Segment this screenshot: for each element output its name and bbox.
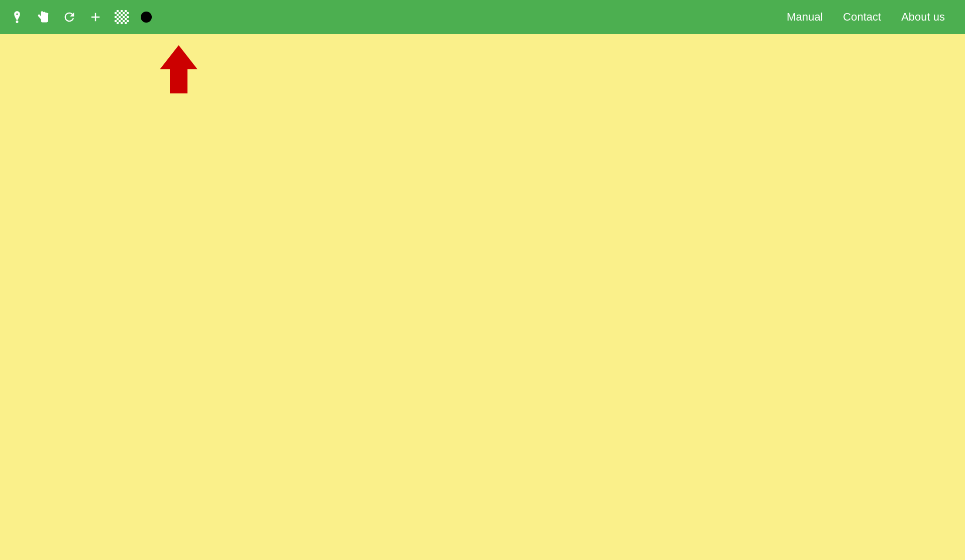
svg-marker-1	[160, 45, 198, 93]
checkerboard-icon[interactable]	[115, 10, 129, 24]
circle-icon[interactable]	[141, 12, 152, 23]
refresh-icon[interactable]	[62, 10, 76, 24]
svg-rect-0	[16, 21, 19, 23]
black-circle	[141, 12, 152, 23]
hand-icon[interactable]	[36, 10, 50, 24]
main-canvas	[0, 34, 965, 560]
navbar-right-links: Manual Contact About us	[787, 11, 945, 24]
up-arrow-svg	[160, 44, 198, 94]
contact-link[interactable]: Contact	[843, 11, 881, 24]
navbar-left-icons	[10, 10, 152, 24]
manual-link[interactable]: Manual	[787, 11, 823, 24]
pin-icon[interactable]	[10, 10, 24, 24]
plus-icon[interactable]	[88, 10, 103, 24]
navbar: Manual Contact About us	[0, 0, 965, 34]
arrow-up-indicator	[160, 44, 198, 96]
checker-pattern	[115, 10, 129, 24]
about-us-link[interactable]: About us	[901, 11, 945, 24]
